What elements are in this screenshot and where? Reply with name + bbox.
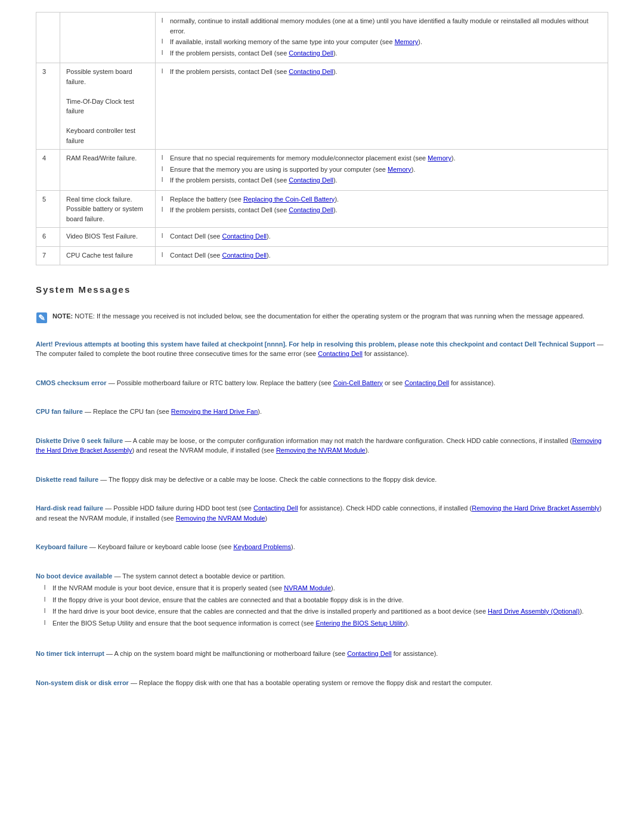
coin-cell-link[interactable]: Coin-Cell Battery xyxy=(333,379,383,386)
row-actions: Replace the battery (see Replacing the C… xyxy=(156,190,608,228)
action-item: Contact Dell (see Contacting Dell). xyxy=(162,250,602,261)
dash: — xyxy=(595,340,603,348)
row-actions: Contact Dell (see Contacting Dell). xyxy=(156,228,608,247)
message-harddisk-read: Hard-disk read failure — Possible HDD fa… xyxy=(36,503,608,529)
action-list: Contact Dell (see Contacting Dell). xyxy=(162,231,602,241)
nvram-module-link[interactable]: Removing the NVRAM Module xyxy=(276,447,366,454)
list-item: If the NVRAM module is your boot device,… xyxy=(44,583,608,593)
list-item: Enter the BIOS Setup Utility and ensure … xyxy=(44,618,608,628)
message-body: Replace the floppy disk with one that ha… xyxy=(139,679,493,686)
contacting-dell-link[interactable]: Contacting Dell xyxy=(318,350,363,357)
message-title: Diskette read failure xyxy=(36,476,98,483)
message-text: CMOS checksum error — Possible motherboa… xyxy=(36,378,608,388)
action-item: Replace the battery (see Replacing the C… xyxy=(162,194,602,205)
svg-text:✎: ✎ xyxy=(38,314,45,323)
table-row: 6 Video BIOS Test Failure. Contact Dell … xyxy=(36,228,608,247)
message-title: No boot device available xyxy=(36,572,112,580)
note-box: ✎ NOTE: NOTE: If the message you receive… xyxy=(36,306,608,329)
action-item: If the problem persists, contact Dell (s… xyxy=(162,175,602,185)
bios-setup-link[interactable]: Entering the BIOS Setup Utility xyxy=(315,620,405,627)
message-no-boot: No boot device available — The system ca… xyxy=(36,571,608,636)
list-item: If the floppy drive is your boot device,… xyxy=(44,595,608,605)
message-alert: Alert! Previous attempts at booting this… xyxy=(36,339,608,365)
action-item: Contact Dell (see Contacting Dell). xyxy=(162,231,602,241)
keyboard-problems-link[interactable]: Keyboard Problems xyxy=(233,543,291,550)
coin-cell-link[interactable]: Replacing the Coin-Cell Battery xyxy=(243,196,335,203)
contacting-dell-link[interactable]: Contacting Dell xyxy=(405,379,450,386)
message-body: The floppy disk may be defective or a ca… xyxy=(109,476,436,483)
action-list: If the problem persists, contact Dell (s… xyxy=(162,67,602,77)
list-item: If the hard drive is your boot device, e… xyxy=(44,606,608,617)
note-text: NOTE: NOTE: If the message you received … xyxy=(52,311,584,321)
row-desc: Video BIOS Test Failure. xyxy=(60,228,156,247)
message-title: CPU fan failure xyxy=(36,408,83,415)
row-desc xyxy=(60,13,156,63)
nvram-module-link[interactable]: Removing the NVRAM Module xyxy=(176,515,265,522)
dash: — xyxy=(88,543,98,550)
table-row: 5 Real time clock failure. Possible batt… xyxy=(36,190,608,228)
message-text: Hard-disk read failure — Possible HDD fa… xyxy=(36,503,608,523)
table-row: 3 Possible system board failure. Time-Of… xyxy=(36,63,608,150)
contacting-dell-link[interactable]: Contacting Dell xyxy=(289,49,333,57)
note-icon: ✎ xyxy=(36,312,48,324)
contacting-dell-link[interactable]: Contacting Dell xyxy=(222,233,267,240)
contacting-dell-link[interactable]: Contacting Dell xyxy=(289,176,333,184)
action-item: If the problem persists, contact Dell (s… xyxy=(162,205,602,215)
table-row: normally, continue to install additional… xyxy=(36,13,608,63)
message-body: Replace the CPU fan (see Removing the Ha… xyxy=(93,408,262,415)
message-body: Keyboard failure or keyboard cable loose… xyxy=(98,543,295,550)
message-title: Hard-disk read failure xyxy=(36,504,103,512)
memory-link[interactable]: Memory xyxy=(395,38,419,45)
row-num: 5 xyxy=(36,190,60,228)
contacting-dell-link[interactable]: Contacting Dell xyxy=(253,504,298,512)
message-title: Non-system disk or disk error xyxy=(36,679,129,686)
message-text: Diskette read failure — The floppy disk … xyxy=(36,475,608,485)
message-body: Possible HDD failure during HDD boot tes… xyxy=(36,504,602,522)
row-actions: normally, continue to install additional… xyxy=(156,13,608,63)
action-item: If the problem persists, contact Dell (s… xyxy=(162,67,602,77)
dash: — xyxy=(83,408,93,415)
dash: — xyxy=(107,379,117,386)
message-title: No timer tick interrupt xyxy=(36,650,104,657)
message-text: Diskette Drive 0 seek failure — A cable … xyxy=(36,436,608,456)
contacting-dell-link[interactable]: Contacting Dell xyxy=(289,206,333,213)
row-desc: Possible system board failure. Time-Of-D… xyxy=(60,63,156,150)
contacting-dell-link[interactable]: Contacting Dell xyxy=(222,252,267,259)
memory-link[interactable]: Memory xyxy=(388,166,411,173)
bracket-assembly-link[interactable]: Removing the Hard Drive Bracket Assembly xyxy=(472,504,599,512)
contacting-dell-link[interactable]: Contacting Dell xyxy=(347,650,392,657)
section-title: System Messages xyxy=(36,283,608,297)
table-row: 4 RAM Read/Write failure. Ensure that no… xyxy=(36,150,608,191)
message-title: CMOS checksum error xyxy=(36,379,107,386)
message-cpu-fan: CPU fan failure — Replace the CPU fan (s… xyxy=(36,407,608,423)
action-item: Ensure that no special requirements for … xyxy=(162,153,602,163)
memory-link[interactable]: Memory xyxy=(428,154,451,162)
message-text: No boot device available — The system ca… xyxy=(36,571,608,581)
action-list: Contact Dell (see Contacting Dell). xyxy=(162,250,602,261)
contacting-dell-link[interactable]: Contacting Dell xyxy=(289,68,333,75)
row-actions: Ensure that no special requirements for … xyxy=(156,150,608,191)
message-timer-tick: No timer tick interrupt — A chip on the … xyxy=(36,649,608,665)
action-list: normally, continue to install additional… xyxy=(162,16,602,58)
message-cmos: CMOS checksum error — Possible motherboa… xyxy=(36,378,608,394)
message-title: Keyboard failure xyxy=(36,543,88,550)
action-item: normally, continue to install additional… xyxy=(162,16,602,36)
hard-drive-fan-link[interactable]: Removing the Hard Drive Fan xyxy=(171,408,258,415)
action-list: Ensure that no special requirements for … xyxy=(162,153,602,185)
action-item: If available, install working memory of … xyxy=(162,37,602,47)
row-num: 3 xyxy=(36,63,60,150)
message-text: CPU fan failure — Replace the CPU fan (s… xyxy=(36,407,608,417)
message-non-system-disk: Non-system disk or disk error — Replace … xyxy=(36,678,608,694)
diagnostic-table: normally, continue to install additional… xyxy=(36,12,608,265)
system-messages-section: System Messages ✎ NOTE: NOTE: If the mes… xyxy=(36,283,608,693)
dash: — xyxy=(98,476,109,483)
nvram-module-link[interactable]: NVRAM Module xyxy=(284,584,331,592)
action-item: Ensure that the memory you are using is … xyxy=(162,165,602,175)
row-num xyxy=(36,13,60,63)
message-text: Alert! Previous attempts at booting this… xyxy=(36,339,608,359)
message-text: Non-system disk or disk error — Replace … xyxy=(36,678,608,688)
message-body: A chip on the system board might be malf… xyxy=(114,650,438,657)
hard-drive-assembly-link[interactable]: Hard Drive Assembly (Optional) xyxy=(488,608,580,615)
note-body: NOTE: If the message you received is not… xyxy=(75,312,584,320)
row-actions: If the problem persists, contact Dell (s… xyxy=(156,63,608,150)
